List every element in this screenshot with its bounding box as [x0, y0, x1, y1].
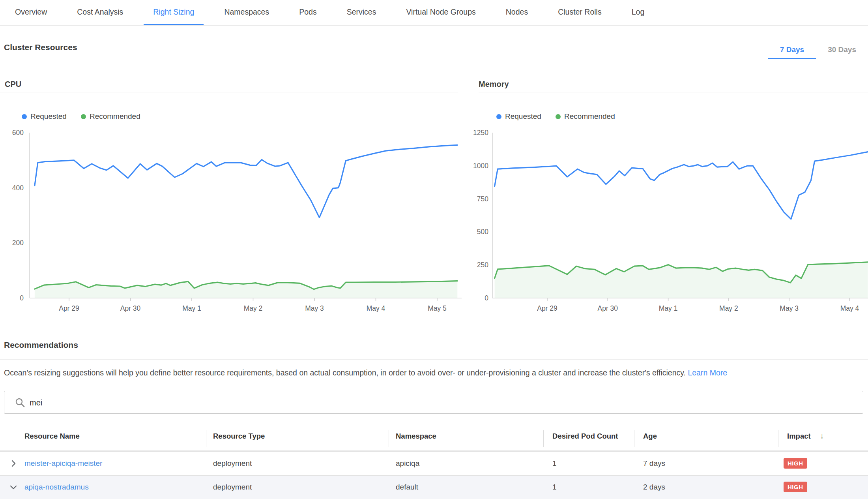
svg-text:200: 200 [12, 239, 24, 247]
row-divider [0, 475, 868, 476]
svg-text:750: 750 [477, 195, 488, 203]
legend-label: Requested [505, 112, 541, 121]
search-input[interactable] [29, 391, 851, 414]
memory-line-chart: 025050075010001250Apr 29Apr 30May 1May 2… [466, 126, 868, 316]
cell-desired-pod-count: 1 [552, 483, 557, 491]
column-divider [543, 430, 544, 447]
column-divider [389, 430, 389, 447]
svg-text:Apr 30: Apr 30 [598, 304, 618, 312]
cell-namespace: apiciqa [396, 459, 419, 468]
column-divider [778, 430, 778, 447]
time-range-toggle: 7 Days30 Days [768, 41, 868, 59]
legend-label: Recommended [564, 112, 615, 121]
svg-text:May 4: May 4 [840, 304, 859, 312]
learn-more-link[interactable]: Learn More [688, 368, 727, 377]
cpu-legend: RequestedRecommended [22, 112, 140, 121]
recommendations-description: Ocean's resizing suggestions will help y… [4, 368, 727, 377]
svg-text:600: 600 [12, 129, 24, 137]
cpu-chart-title: CPU [5, 80, 21, 89]
tab-services[interactable]: Services [337, 0, 386, 25]
impact-badge: HIGH [784, 458, 807, 469]
cpu-requested-line [35, 145, 457, 218]
column-header-resource-name[interactable]: Resource Name [24, 432, 80, 441]
header-divider [0, 59, 868, 59]
column-header-impact[interactable]: Impact↓ [787, 432, 824, 441]
legend-item-recommended: Recommended [556, 112, 615, 121]
tab-cost-analysis[interactable]: Cost Analysis [67, 0, 133, 25]
resource-name-link[interactable]: meister-apiciqa-meister [24, 459, 102, 468]
legend-label: Requested [30, 112, 67, 121]
legend-label: Recommended [90, 112, 140, 121]
svg-text:May 2: May 2 [244, 304, 263, 312]
svg-text:May 4: May 4 [367, 304, 385, 312]
tab-pods[interactable]: Pods [290, 0, 326, 25]
svg-text:0: 0 [485, 294, 488, 302]
memory-chart-title: Memory [479, 80, 509, 89]
cell-age: 2 days [643, 483, 665, 491]
tab-right-sizing[interactable]: Right Sizing [144, 0, 204, 25]
column-header-namespace[interactable]: Namespace [396, 432, 436, 441]
cell-desired-pod-count: 1 [552, 459, 557, 468]
resource-search-box [4, 391, 863, 414]
cpu-title-rule [0, 92, 458, 92]
legend-dot-recommended [556, 114, 561, 119]
impact-badge: HIGH [784, 482, 807, 492]
legend-item-recommended: Recommended [81, 112, 140, 121]
column-divider [634, 430, 634, 447]
tab-overview[interactable]: Overview [6, 0, 56, 25]
svg-text:Apr 29: Apr 29 [537, 304, 557, 312]
time-range-7-days[interactable]: 7 Days [768, 41, 816, 59]
tab-cluster-rolls[interactable]: Cluster Rolls [548, 0, 611, 25]
svg-text:May 2: May 2 [719, 304, 738, 312]
svg-text:0: 0 [20, 294, 24, 302]
recommendations-title: Recommendations [4, 340, 78, 350]
cluster-resources-title: Cluster Resources [4, 43, 77, 52]
chevron-down-icon[interactable] [9, 482, 18, 492]
search-icon [15, 397, 26, 408]
svg-text:500: 500 [477, 228, 488, 236]
cell-resource-type: deployment [213, 459, 252, 468]
svg-text:May 5: May 5 [428, 304, 447, 312]
memory-legend: RequestedRecommended [496, 112, 615, 121]
legend-dot-recommended [81, 114, 86, 119]
svg-text:250: 250 [477, 261, 488, 269]
column-header-age[interactable]: Age [643, 432, 657, 441]
time-range-30-days[interactable]: 30 Days [816, 41, 868, 59]
row-divider [0, 452, 868, 452]
svg-text:May 1: May 1 [659, 304, 678, 312]
svg-text:400: 400 [12, 184, 24, 192]
column-header-desired-pod-count[interactable]: Desired Pod Count [552, 432, 618, 441]
svg-text:May 3: May 3 [780, 304, 799, 312]
column-divider [206, 430, 206, 447]
svg-text:1000: 1000 [473, 162, 488, 170]
cell-namespace: default [396, 483, 418, 491]
svg-text:May 1: May 1 [182, 304, 201, 312]
column-header-resource-type[interactable]: Resource Type [213, 432, 265, 441]
right-sizing-page: OverviewCost AnalysisRight SizingNamespa… [0, 0, 868, 499]
table-row-apiqa-nostradamus[interactable]: apiqa-nostradamusdeploymentdefault12 day… [0, 476, 868, 499]
tab-virtual-node-groups[interactable]: Virtual Node Groups [397, 0, 485, 25]
legend-item-requested: Requested [22, 112, 67, 121]
legend-dot-requested [496, 114, 501, 119]
legend-item-requested: Requested [496, 112, 541, 121]
chevron-right-icon[interactable] [9, 459, 18, 468]
legend-dot-requested [22, 114, 27, 119]
resource-name-link[interactable]: apiqa-nostradamus [24, 483, 89, 491]
svg-text:Apr 30: Apr 30 [120, 304, 141, 312]
svg-text:1250: 1250 [473, 129, 488, 137]
table-row-meister-apiciqa-meister[interactable]: meister-apiciqa-meisterdeploymentapiciqa… [0, 452, 868, 476]
recommendations-description-text: Ocean's resizing suggestions will help y… [4, 368, 686, 377]
cpu-line-chart: 0200400600Apr 29Apr 30May 1May 2May 3May… [0, 126, 462, 316]
recommendations-divider [0, 359, 868, 360]
cell-resource-type: deployment [213, 483, 252, 491]
memory-requested-line [495, 152, 868, 219]
tab-namespaces[interactable]: Namespaces [215, 0, 279, 25]
svg-text:Apr 29: Apr 29 [59, 304, 79, 312]
sort-arrow-down-icon[interactable]: ↓ [820, 432, 824, 440]
memory-title-rule [479, 92, 868, 92]
top-tab-bar: OverviewCost AnalysisRight SizingNamespa… [0, 0, 868, 26]
svg-text:May 3: May 3 [305, 304, 324, 312]
tab-nodes[interactable]: Nodes [496, 0, 537, 25]
cell-age: 7 days [643, 459, 665, 468]
tab-log[interactable]: Log [622, 0, 654, 25]
